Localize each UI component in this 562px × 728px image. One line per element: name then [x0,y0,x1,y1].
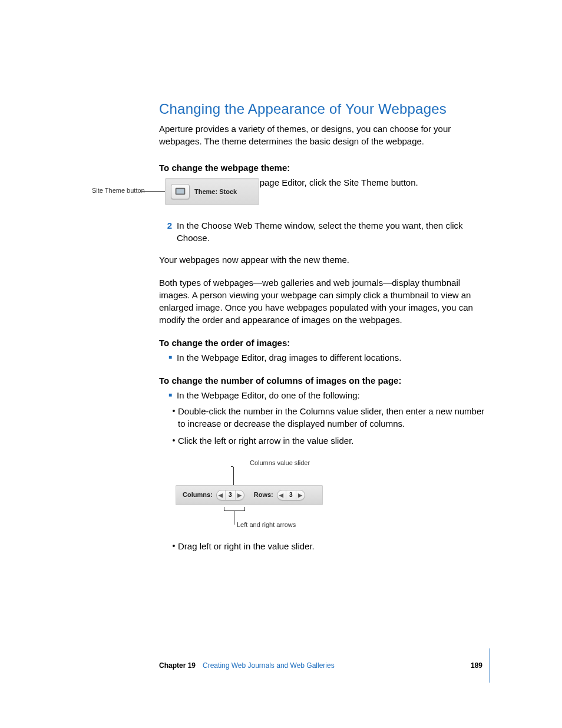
figure-theme-button: Theme: Stock [165,178,259,205]
figure-columns-slider: Columns value slider Columns: ◀ 3 ▶ Rows… [176,459,340,535]
footer-rule [490,648,490,683]
dot-bullet: • [170,434,178,447]
step-2-text: In the Choose Web Theme window, select t… [177,219,492,244]
result-line: Your webpages now appear with the new th… [159,253,492,266]
stepper-right-arrow-icon[interactable]: ▶ [296,490,305,500]
callout-bracket [224,507,245,511]
callout-site-theme-button: Site Theme button [92,187,145,194]
theme-label: Theme: Stock [194,188,237,195]
dot-bullet: • [170,540,178,552]
svg-rect-1 [177,189,184,193]
page-footer: Chapter 19 Creating Web Journals and Web… [159,648,497,683]
callout-columns-value-slider: Columns value slider [250,459,310,467]
square-bullet: ■ [159,389,172,401]
columns-stepper[interactable]: ◀ 3 ▶ [216,490,244,500]
columns-value[interactable]: 3 [225,490,236,500]
sub-bullet-c: Drag left or right in the value slider. [178,540,492,552]
callout-left-right-arrows: Left and right arrows [237,521,296,529]
task3-title: To change the number of columns of image… [159,374,492,387]
callout-leader-line [233,467,234,487]
sub-bullet-b: Click the left or right arrow in the val… [178,434,492,447]
site-theme-button[interactable] [171,184,190,199]
columns-label: Columns: [183,490,213,499]
task1-title: To change the webpage theme: [159,162,492,174]
step-number-2: 2 [159,219,172,244]
footer-title: Creating Web Journals and Web Galleries [203,661,335,670]
task2-bullet-text: In the Webpage Editor, drag images to di… [177,351,492,364]
dot-bullet: • [170,405,178,430]
stepper-left-arrow-icon[interactable]: ◀ [277,490,286,500]
callout-leader-line [234,510,234,525]
footer-chapter: Chapter 19 [159,661,196,670]
section-heading: Changing the Appearance of Your Webpages [159,99,492,119]
square-bullet: ■ [159,351,172,364]
rows-stepper[interactable]: ◀ 3 ▶ [277,490,305,500]
rows-value[interactable]: 3 [286,490,296,500]
task3-bullet-text: In the Webpage Editor, do one of the fol… [177,389,492,401]
paragraph-webpage-types: Both types of webpages—web galleries and… [159,276,492,326]
sub-bullet-a: Double-click the number in the Columns v… [178,405,492,430]
theme-icon [175,187,186,197]
task2-title: To change the order of images: [159,337,492,349]
stepper-right-arrow-icon[interactable]: ▶ [236,490,244,500]
footer-page-number: 189 [471,661,482,670]
stepper-left-arrow-icon[interactable]: ◀ [217,490,225,500]
rows-label: Rows: [254,490,273,499]
intro-paragraph: Aperture provides a variety of themes, o… [159,123,492,147]
